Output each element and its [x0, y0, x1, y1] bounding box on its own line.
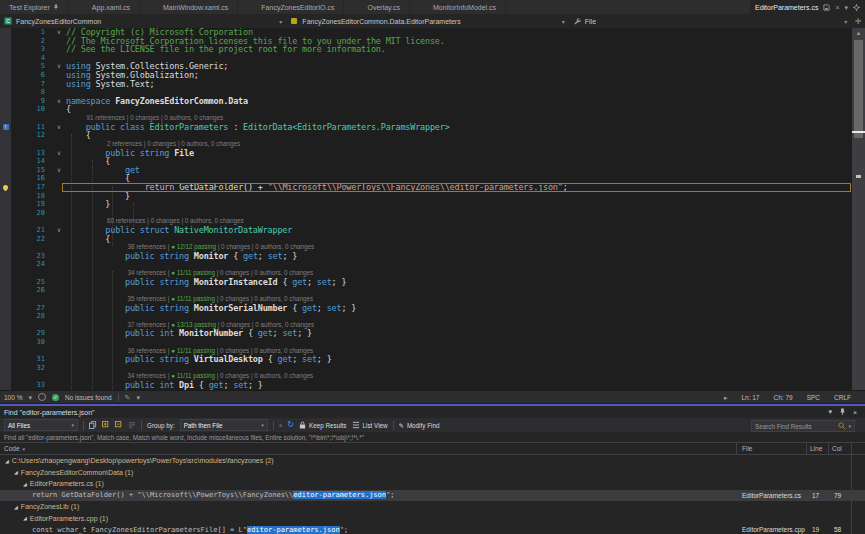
scope-dropdown[interactable]: All Files ▾: [4, 419, 78, 431]
arrow-right-icon[interactable]: ▸: [724, 394, 728, 401]
glyph-margin[interactable]: [0, 183, 11, 192]
glyph-margin[interactable]: [0, 131, 11, 140]
chevron-down-icon[interactable]: ▾: [844, 4, 848, 11]
code-line[interactable]: 21∨ public struct NativeMonitorDataWrapp…: [0, 226, 865, 235]
close-icon[interactable]: ×: [853, 409, 857, 416]
code-line[interactable]: 23 public string Monitor { get; set; }: [0, 252, 865, 261]
code-line[interactable]: 3// See the LICENSE file in the project …: [0, 45, 865, 54]
list-view-button[interactable]: List View: [352, 421, 388, 429]
chevron-down-icon[interactable]: ▾: [28, 394, 32, 401]
line-number[interactable]: 7: [11, 80, 52, 89]
line-number[interactable]: 27: [11, 304, 52, 313]
line-number[interactable]: 32: [11, 364, 52, 373]
glyph-margin[interactable]: [0, 338, 11, 347]
line-number[interactable]: 3: [11, 45, 52, 54]
result-group-row[interactable]: ◢EditorParameters.cpp (1): [0, 513, 865, 525]
project-dropdown[interactable]: C FancyZonesEditorCommon ▾: [0, 14, 286, 28]
glyph-margin[interactable]: [0, 269, 11, 278]
char-indicator[interactable]: Ch: 79: [773, 394, 792, 401]
glyph-margin[interactable]: [0, 235, 11, 244]
glyph-margin[interactable]: [0, 97, 11, 106]
code-line[interactable]: 22 {: [0, 235, 865, 244]
modify-find-button[interactable]: ✎ Modify Find: [399, 422, 440, 429]
fold-arrow-icon[interactable]: ∨: [52, 123, 66, 132]
line-number[interactable]: 1: [11, 28, 52, 37]
tab-overlay-cs[interactable]: Overlay.cs: [358, 0, 410, 14]
column-code[interactable]: Code ▾: [0, 445, 25, 452]
space-mode-indicator[interactable]: SPC: [807, 394, 820, 401]
glyph-margin[interactable]: [0, 71, 11, 80]
glyph-margin[interactable]: [0, 80, 11, 89]
column-file[interactable]: File: [742, 445, 752, 452]
code-line[interactable]: 19 }: [0, 200, 865, 209]
glyph-margin[interactable]: [0, 286, 11, 295]
gear-icon[interactable]: [853, 4, 860, 11]
code-line[interactable]: !11∨ public class EditorParameters : Edi…: [0, 123, 865, 132]
line-number[interactable]: 19: [11, 200, 52, 209]
glyph-margin[interactable]: [0, 149, 11, 158]
member-dropdown[interactable]: File ▾: [569, 14, 851, 28]
glyph-margin[interactable]: [0, 243, 11, 252]
tab-monitorinfomodel-cs[interactable]: MonitorInfoModel.cs: [424, 0, 506, 14]
lightbulb-icon[interactable]: [3, 185, 8, 190]
line-number[interactable]: 18: [11, 192, 52, 201]
preview-icon[interactable]: [128, 421, 136, 429]
fold-arrow-icon[interactable]: ∨: [52, 97, 66, 106]
column-line[interactable]: Line: [810, 445, 822, 452]
glyph-margin[interactable]: !: [0, 123, 11, 132]
line-number[interactable]: 22: [11, 235, 52, 244]
glyph-margin[interactable]: [0, 252, 11, 261]
glyph-margin[interactable]: [0, 174, 11, 183]
glyph-margin[interactable]: [0, 28, 11, 37]
result-group-row[interactable]: ◢EditorParameters.cs (1): [0, 478, 865, 490]
margin-marker-icon[interactable]: !: [3, 124, 9, 130]
chevron-down-icon[interactable]: ▾: [136, 394, 140, 401]
code-line[interactable]: 25 public string MonitorInstanceId { get…: [0, 278, 865, 287]
glyph-margin[interactable]: [0, 355, 11, 364]
code-line[interactable]: 27 public string MonitorSerialNumber { g…: [0, 304, 865, 313]
editor-scrollbar[interactable]: ▲: [852, 28, 865, 390]
tree-expanded-icon[interactable]: ◢: [14, 469, 18, 475]
fold-arrow-icon[interactable]: ∨: [52, 28, 66, 37]
code-line[interactable]: 20: [0, 209, 865, 218]
line-number[interactable]: 4: [11, 54, 52, 63]
eol-indicator[interactable]: CRLF: [834, 394, 851, 401]
glyph-margin[interactable]: [0, 200, 11, 209]
line-number[interactable]: 24: [11, 260, 52, 269]
pin-icon[interactable]: [53, 4, 59, 11]
line-number[interactable]: 33: [11, 381, 52, 390]
glyph-margin[interactable]: [0, 217, 11, 226]
keep-results-button[interactable]: Keep Results: [299, 421, 346, 429]
glyph-margin[interactable]: [0, 140, 11, 149]
code-line[interactable]: 13∨ public string File: [0, 149, 865, 158]
save-icon[interactable]: [823, 4, 830, 11]
line-number[interactable]: 12: [11, 131, 52, 140]
code-line[interactable]: 7using System.Text;: [0, 80, 865, 89]
zoom-level[interactable]: 100 %: [4, 394, 22, 401]
active-document-tab[interactable]: EditorParameters.cs × ▾: [750, 0, 865, 14]
line-number[interactable]: 25: [11, 278, 52, 287]
line-number[interactable]: 28: [11, 312, 52, 321]
glyph-margin[interactable]: [0, 278, 11, 287]
collapse-all-icon[interactable]: [115, 421, 123, 429]
health-indicator-icon[interactable]: [38, 393, 46, 401]
result-row[interactable]: const wchar_t FancyZonesEditorParameters…: [0, 524, 865, 534]
tab-fancyzoneseditorio-cs[interactable]: FancyZonesEditorIO.cs: [252, 0, 344, 14]
fold-arrow-icon[interactable]: ∨: [52, 62, 66, 71]
code-line[interactable]: 31 public string VirtualDesktop { get; s…: [0, 355, 865, 364]
code-line[interactable]: 26: [0, 286, 865, 295]
chevron-down-icon[interactable]: ▾: [828, 408, 832, 416]
line-number[interactable]: 11: [11, 123, 52, 132]
scrollbar-thumb[interactable]: [854, 40, 863, 138]
line-number[interactable]: 23: [11, 252, 52, 261]
line-number[interactable]: 8: [11, 88, 52, 97]
glyph-margin[interactable]: [0, 364, 11, 373]
tree-expanded-icon[interactable]: ◢: [23, 481, 27, 487]
tree-expanded-icon[interactable]: ◢: [14, 504, 18, 510]
line-number[interactable]: 15: [11, 166, 52, 175]
glyph-margin[interactable]: [0, 62, 11, 71]
line-number[interactable]: 5: [11, 62, 52, 71]
code-line[interactable]: 18 }: [0, 192, 865, 201]
line-number[interactable]: 13: [11, 149, 52, 158]
result-row[interactable]: return GetDataFolder() + "\\Microsoft\\P…: [0, 490, 865, 502]
